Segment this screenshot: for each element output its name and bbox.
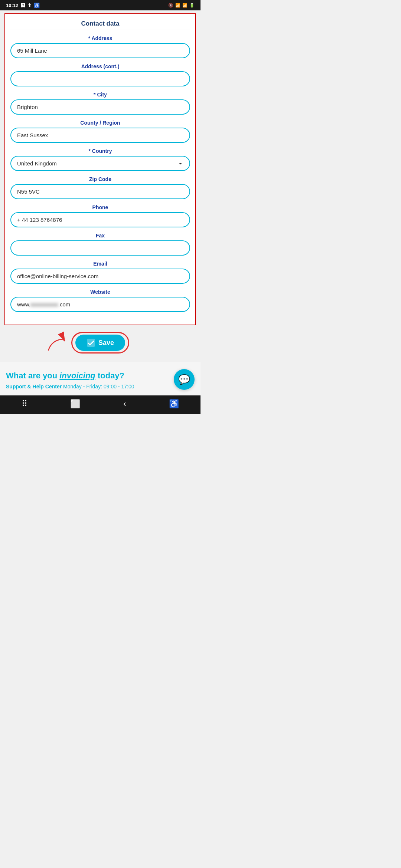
zip-input[interactable] — [10, 184, 190, 199]
phone-group: Phone — [10, 204, 190, 227]
address-cont-input[interactable] — [10, 71, 190, 86]
email-input[interactable] — [10, 269, 190, 284]
email-label: Email — [10, 261, 190, 267]
signal-icon: 📶 — [182, 3, 188, 8]
nav-home-icon[interactable]: ⬜ — [70, 399, 80, 409]
city-label: * City — [10, 92, 190, 98]
mute-icon: 🔇 — [168, 3, 173, 8]
zip-group: Zip Code — [10, 176, 190, 199]
status-bar-left: 10:12 🖼 ⬆ ♿ — [6, 3, 40, 8]
save-button-oval: Save — [71, 332, 129, 354]
save-area: Save — [0, 332, 200, 362]
county-group: County / Region — [10, 120, 190, 143]
nav-accessibility-icon[interactable]: ♿ — [169, 399, 179, 409]
section-divider — [10, 30, 190, 30]
website-group: Website www.xxxxxxxxxx.com — [10, 289, 190, 312]
address-group: * Address — [10, 35, 190, 58]
city-group: * City — [10, 92, 190, 115]
save-checkmark-icon — [87, 338, 95, 347]
save-button-wrapper: Save — [71, 332, 129, 354]
battery-icon: 🔋 — [189, 3, 195, 8]
image-icon: 🖼 — [20, 3, 25, 8]
country-label: * Country — [10, 148, 190, 154]
phone-label: Phone — [10, 204, 190, 210]
county-label: County / Region — [10, 120, 190, 126]
website-blurred: xxxxxxxxxx — [30, 301, 58, 308]
footer-support: Support & Help Center Monday - Friday: 0… — [6, 384, 195, 389]
website-suffix: .com — [58, 301, 71, 308]
nav-back-icon[interactable]: ‹ — [123, 399, 126, 409]
status-bar: 10:12 🖼 ⬆ ♿ 🔇 📶 📶 🔋 — [0, 0, 200, 10]
contact-form: Contact data * Address Address (cont.) *… — [4, 13, 196, 325]
city-input[interactable] — [10, 99, 190, 115]
address-input[interactable] — [10, 43, 190, 58]
zip-label: Zip Code — [10, 176, 190, 182]
footer-text-2: today? — [95, 371, 124, 380]
wifi-icon: 📶 — [175, 3, 180, 8]
phone-input[interactable] — [10, 212, 190, 227]
website-prefix: www. — [17, 301, 30, 308]
fax-input[interactable] — [10, 240, 190, 256]
section-title: Contact data — [10, 20, 190, 27]
person-icon: ♿ — [34, 3, 40, 8]
website-display: www.xxxxxxxxxx.com — [10, 297, 190, 312]
country-select[interactable]: United Kingdom United States Germany Fra… — [10, 156, 190, 171]
address-label: * Address — [10, 35, 190, 41]
country-group: * Country United Kingdom United States G… — [10, 148, 190, 171]
chat-icon: 💬 — [178, 374, 190, 385]
arrow-indicator — [45, 336, 67, 356]
fax-label: Fax — [10, 233, 190, 239]
address-cont-label: Address (cont.) — [10, 63, 190, 69]
upload-icon: ⬆ — [27, 3, 32, 8]
footer-text-1: What are you — [6, 371, 59, 380]
save-button[interactable]: Save — [75, 335, 125, 351]
time-display: 10:12 — [6, 3, 18, 8]
arrow-svg — [45, 336, 67, 354]
save-button-label: Save — [98, 339, 114, 347]
website-label: Website — [10, 289, 190, 295]
support-label: Support & Help Center — [6, 384, 62, 389]
footer-headline: What are you invoicing today? — [6, 371, 195, 381]
chat-button[interactable]: 💬 — [174, 369, 195, 390]
address-cont-group: Address (cont.) — [10, 63, 190, 86]
status-bar-right: 🔇 📶 📶 🔋 — [168, 3, 195, 8]
fax-group: Fax — [10, 233, 190, 256]
nav-bar: ⠿ ⬜ ‹ ♿ — [0, 395, 200, 414]
email-group: Email — [10, 261, 190, 284]
footer: What are you invoicing today? Support & … — [0, 362, 200, 395]
county-input[interactable] — [10, 128, 190, 143]
nav-menu-icon[interactable]: ⠿ — [22, 399, 27, 409]
support-hours: Monday - Friday: 09:00 - 17:00 — [63, 384, 134, 389]
footer-invoicing: invoicing — [59, 371, 95, 380]
